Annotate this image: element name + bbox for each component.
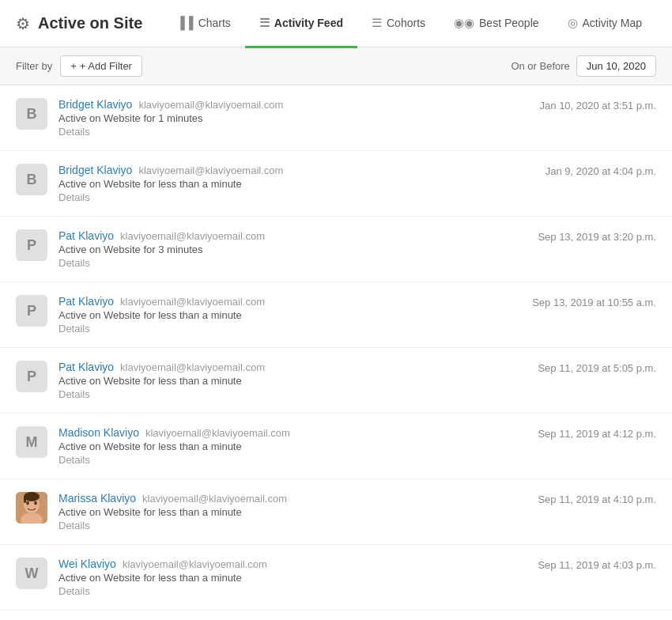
activity-details-link-2[interactable]: Details xyxy=(59,191,534,203)
add-filter-label: + Add Filter xyxy=(80,60,132,72)
activity-details-link-4[interactable]: Details xyxy=(59,323,521,335)
brand-area: ⚙ Active on Site xyxy=(16,14,142,33)
avatar-5: P xyxy=(16,361,47,392)
avatar-6: M xyxy=(16,426,47,458)
activity-name-line-4: Pat Klaviyoklaviyoemail@klaviyoemail.com xyxy=(59,295,521,308)
activity-name-6[interactable]: Madison Klaviyo xyxy=(59,426,139,439)
nav-item-activity-map[interactable]: ◎Activity Map xyxy=(553,0,656,48)
activity-item-4: PPat Klaviyoklaviyoemail@klaviyoemail.co… xyxy=(0,282,672,348)
nav-item-best-people[interactable]: ◉◉Best People xyxy=(440,0,553,48)
activity-details-link-7[interactable]: Details xyxy=(59,520,527,531)
activity-details-link-6[interactable]: Details xyxy=(59,454,527,466)
activity-info-1: Bridget Klaviyoklaviyoemail@klaviyoemail… xyxy=(59,98,529,138)
avatar-4: P xyxy=(16,295,47,327)
activity-item-6: MMadison Klaviyoklaviyoemail@klaviyoemai… xyxy=(0,414,672,479)
page-title: Active on Site xyxy=(38,14,142,32)
filter-right: On or Before Jun 10, 2020 xyxy=(511,55,656,77)
activity-info-2: Bridget Klaviyoklaviyoemail@klaviyoemail… xyxy=(59,164,534,203)
activity-info-4: Pat Klaviyoklaviyoemail@klaviyoemail.com… xyxy=(59,295,521,335)
activity-feed-icon: ☰ xyxy=(259,16,270,30)
gear-icon: ⚙ xyxy=(16,14,30,33)
activity-name-7[interactable]: Marissa Klaviyo xyxy=(59,492,136,505)
activity-email-6: klaviyoemail@klaviyoemail.com xyxy=(145,427,290,439)
activity-name-3[interactable]: Pat Klaviyo xyxy=(59,229,114,242)
activity-item-7: Marissa Klaviyoklaviyoemail@klaviyoemail… xyxy=(0,479,672,545)
activity-time-3: Sep 13, 2019 at 3:20 p.m. xyxy=(538,229,656,243)
activity-email-2: klaviyoemail@klaviyoemail.com xyxy=(138,164,283,176)
activity-email-7: klaviyoemail@klaviyoemail.com xyxy=(142,493,287,505)
date-value[interactable]: Jun 10, 2020 xyxy=(576,55,656,77)
activity-name-line-8: Wei Klaviyoklaviyoemail@klaviyoemail.com xyxy=(59,558,527,570)
activity-name-5[interactable]: Pat Klaviyo xyxy=(59,361,114,373)
activity-name-8[interactable]: Wei Klaviyo xyxy=(59,558,116,570)
activity-info-6: Madison Klaviyoklaviyoemail@klaviyoemail… xyxy=(59,426,527,466)
activity-name-line-6: Madison Klaviyoklaviyoemail@klaviyoemail… xyxy=(59,426,527,439)
filter-left: Filter by + + Add Filter xyxy=(16,55,142,77)
app-header: ⚙ Active on Site ▐▐Charts☰Activity Feed☰… xyxy=(0,0,672,47)
activity-time-2: Jan 9, 2020 at 4:04 p.m. xyxy=(546,164,656,177)
activity-description-3: Active on Website for 3 minutes xyxy=(59,244,527,255)
activity-info-7: Marissa Klaviyoklaviyoemail@klaviyoemail… xyxy=(59,492,527,531)
date-label: On or Before xyxy=(511,60,569,72)
nav-item-activity-feed[interactable]: ☰Activity Feed xyxy=(245,0,357,48)
activity-item-1: BBridget Klaviyoklaviyoemail@klaviyoemai… xyxy=(0,85,672,151)
activity-description-2: Active on Website for less than a minute xyxy=(59,178,534,190)
activity-email-1: klaviyoemail@klaviyoemail.com xyxy=(138,99,283,111)
activity-email-4: klaviyoemail@klaviyoemail.com xyxy=(120,296,265,308)
nav-item-cohorts[interactable]: ☰Cohorts xyxy=(357,0,440,48)
activity-email-8: klaviyoemail@klaviyoemail.com xyxy=(123,558,267,570)
activity-time-1: Jan 10, 2020 at 3:51 p.m. xyxy=(540,98,656,112)
activity-description-8: Active on Website for less than a minute xyxy=(59,572,527,584)
activity-info-8: Wei Klaviyoklaviyoemail@klaviyoemail.com… xyxy=(59,558,527,597)
activity-item-5: PPat Klaviyoklaviyoemail@klaviyoemail.co… xyxy=(0,348,672,414)
activity-item-9: WWei Klaviyoklaviyoemail@klaviyoemail.co… xyxy=(0,611,672,620)
activity-info-3: Pat Klaviyoklaviyoemail@klaviyoemail.com… xyxy=(59,229,527,269)
nav-label-activity-feed: Activity Feed xyxy=(274,17,343,29)
avatar-2: B xyxy=(16,164,47,195)
activity-details-link-8[interactable]: Details xyxy=(59,585,527,597)
avatar-7 xyxy=(16,492,47,524)
activity-description-7: Active on Website for less than a minute xyxy=(59,506,527,518)
activity-time-7: Sep 11, 2019 at 4:10 p.m. xyxy=(538,492,656,505)
nav-label-best-people: Best People xyxy=(479,17,539,29)
activity-time-5: Sep 11, 2019 at 5:05 p.m. xyxy=(538,361,656,374)
activity-name-4[interactable]: Pat Klaviyo xyxy=(59,295,114,308)
svg-rect-6 xyxy=(24,497,26,503)
activity-info-5: Pat Klaviyoklaviyoemail@klaviyoemail.com… xyxy=(59,361,527,400)
activity-details-link-1[interactable]: Details xyxy=(59,126,529,138)
activity-item-2: BBridget Klaviyoklaviyoemail@klaviyoemai… xyxy=(0,151,672,217)
add-filter-icon: + xyxy=(70,60,77,72)
avatar-1: B xyxy=(16,98,47,130)
svg-point-3 xyxy=(26,501,29,505)
activity-description-4: Active on Website for less than a minute xyxy=(59,309,521,321)
activity-name-line-1: Bridget Klaviyoklaviyoemail@klaviyoemail… xyxy=(59,98,529,111)
add-filter-button[interactable]: + + Add Filter xyxy=(60,55,142,77)
activity-list: BBridget Klaviyoklaviyoemail@klaviyoemai… xyxy=(0,85,672,620)
activity-description-5: Active on Website for less than a minute xyxy=(59,375,527,387)
filter-by-label: Filter by xyxy=(16,60,52,72)
activity-details-link-5[interactable]: Details xyxy=(59,388,527,400)
activity-item-8: WWei Klaviyoklaviyoemail@klaviyoemail.co… xyxy=(0,545,672,611)
activity-email-3: klaviyoemail@klaviyoemail.com xyxy=(120,230,265,242)
activity-name-line-3: Pat Klaviyoklaviyoemail@klaviyoemail.com xyxy=(59,229,527,242)
activity-details-link-3[interactable]: Details xyxy=(59,257,527,269)
best-people-icon: ◉◉ xyxy=(454,16,474,30)
nav-label-activity-map: Activity Map xyxy=(583,17,642,29)
charts-icon: ▐▐ xyxy=(176,16,193,29)
activity-name-2[interactable]: Bridget Klaviyo xyxy=(59,164,132,176)
activity-name-line-7: Marissa Klaviyoklaviyoemail@klaviyoemail… xyxy=(59,492,527,505)
activity-description-1: Active on Website for 1 minutes xyxy=(59,112,529,124)
avatar-3: P xyxy=(16,229,47,261)
nav-item-charts[interactable]: ▐▐Charts xyxy=(162,0,245,48)
activity-name-line-2: Bridget Klaviyoklaviyoemail@klaviyoemail… xyxy=(59,164,534,176)
activity-time-6: Sep 11, 2019 at 4:12 p.m. xyxy=(538,426,656,440)
activity-name-line-5: Pat Klaviyoklaviyoemail@klaviyoemail.com xyxy=(59,361,527,373)
activity-name-1[interactable]: Bridget Klaviyo xyxy=(59,98,132,111)
activity-time-8: Sep 11, 2019 at 4:03 p.m. xyxy=(538,558,656,571)
svg-point-4 xyxy=(34,501,37,505)
activity-time-4: Sep 13, 2019 at 10:55 a.m. xyxy=(532,295,656,308)
activity-description-6: Active on Website for less than a minute xyxy=(59,440,527,452)
activity-email-5: klaviyoemail@klaviyoemail.com xyxy=(120,361,265,373)
cohorts-icon: ☰ xyxy=(372,16,382,30)
nav-label-cohorts: Cohorts xyxy=(387,17,425,29)
